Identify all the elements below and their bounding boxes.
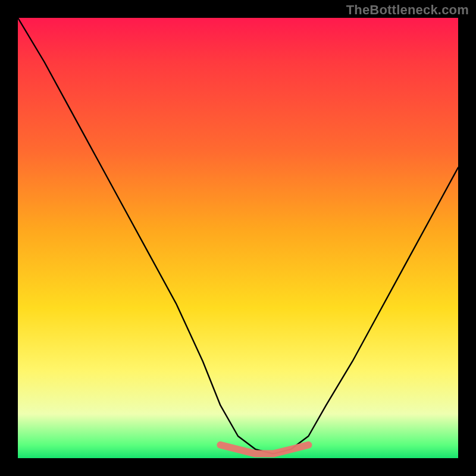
bottleneck-curve [18,18,458,454]
watermark-text: TheBottleneck.com [346,2,469,18]
chart-frame: TheBottleneck.com [0,0,476,476]
flat-bottom-highlight [220,445,308,454]
plot-area [18,18,458,458]
curve-layer [18,18,458,458]
